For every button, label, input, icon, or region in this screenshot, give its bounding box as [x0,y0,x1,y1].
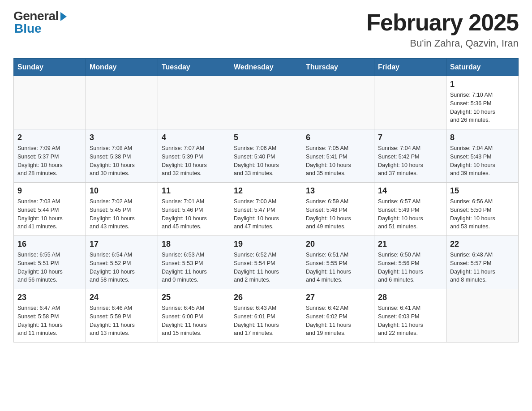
calendar-cell [158,76,230,129]
calendar-table: SundayMondayTuesdayWednesdayThursdayFrid… [13,58,519,342]
day-number: 26 [234,293,298,302]
calendar-cell: 10Sunrise: 7:02 AM Sunset: 5:45 PM Dayli… [86,183,158,236]
calendar-cell: 22Sunrise: 6:48 AM Sunset: 5:57 PM Dayli… [446,236,519,289]
day-number: 13 [306,186,370,196]
title-block: February 2025 Bu'in Zahra, Qazvin, Iran [366,9,519,49]
day-info: Sunrise: 6:46 AM Sunset: 5:59 PM Dayligh… [90,304,154,338]
calendar-cell: 20Sunrise: 6:51 AM Sunset: 5:55 PM Dayli… [302,236,374,289]
calendar-cell: 23Sunrise: 6:47 AM Sunset: 5:58 PM Dayli… [14,289,86,342]
page-header: General Blue February 2025 Bu'in Zahra, … [13,9,519,49]
day-info: Sunrise: 6:54 AM Sunset: 5:52 PM Dayligh… [90,251,154,284]
calendar-cell: 2Sunrise: 7:09 AM Sunset: 5:37 PM Daylig… [14,129,86,183]
day-info: Sunrise: 7:08 AM Sunset: 5:38 PM Dayligh… [90,144,154,178]
day-number: 14 [378,186,442,196]
day-info: Sunrise: 7:01 AM Sunset: 5:46 PM Dayligh… [162,197,226,231]
day-info: Sunrise: 7:05 AM Sunset: 5:41 PM Dayligh… [306,144,370,178]
day-number: 1 [450,80,515,89]
day-info: Sunrise: 7:06 AM Sunset: 5:40 PM Dayligh… [234,144,298,178]
calendar-cell: 13Sunrise: 6:59 AM Sunset: 5:48 PM Dayli… [302,183,374,236]
logo-arrow-icon [60,12,67,21]
day-number: 27 [306,293,370,302]
day-number: 16 [17,240,82,249]
calendar-cell: 18Sunrise: 6:53 AM Sunset: 5:53 PM Dayli… [158,236,230,289]
day-info: Sunrise: 6:52 AM Sunset: 5:54 PM Dayligh… [234,251,298,284]
month-title: February 2025 [366,9,519,36]
day-number: 8 [450,133,515,142]
calendar-week-row: 1Sunrise: 7:10 AM Sunset: 5:36 PM Daylig… [14,76,519,129]
day-number: 24 [90,293,154,302]
day-number: 20 [306,240,370,249]
weekday-header: Sunday [14,59,86,76]
day-number: 19 [234,240,298,249]
day-number: 15 [450,186,515,196]
day-number: 12 [234,186,298,196]
day-info: Sunrise: 7:03 AM Sunset: 5:44 PM Dayligh… [17,197,82,231]
calendar-cell: 27Sunrise: 6:42 AM Sunset: 6:02 PM Dayli… [302,289,374,342]
calendar-cell: 25Sunrise: 6:45 AM Sunset: 6:00 PM Dayli… [158,289,230,342]
calendar-cell: 4Sunrise: 7:07 AM Sunset: 5:39 PM Daylig… [158,129,230,183]
calendar-cell: 5Sunrise: 7:06 AM Sunset: 5:40 PM Daylig… [230,129,302,183]
calendar-cell: 3Sunrise: 7:08 AM Sunset: 5:38 PM Daylig… [86,129,158,183]
day-number: 21 [378,240,442,249]
day-number: 11 [162,186,226,196]
weekday-header: Tuesday [158,59,230,76]
day-info: Sunrise: 6:47 AM Sunset: 5:58 PM Dayligh… [17,304,82,338]
calendar-week-row: 9Sunrise: 7:03 AM Sunset: 5:44 PM Daylig… [14,183,519,236]
calendar-cell [230,76,302,129]
day-info: Sunrise: 7:09 AM Sunset: 5:37 PM Dayligh… [17,144,82,178]
calendar-cell: 6Sunrise: 7:05 AM Sunset: 5:41 PM Daylig… [302,129,374,183]
calendar-cell: 16Sunrise: 6:55 AM Sunset: 5:51 PM Dayli… [14,236,86,289]
calendar-week-row: 2Sunrise: 7:09 AM Sunset: 5:37 PM Daylig… [14,129,519,183]
weekday-header: Wednesday [230,59,302,76]
calendar-cell [302,76,374,129]
calendar-cell: 1Sunrise: 7:10 AM Sunset: 5:36 PM Daylig… [446,76,519,129]
day-info: Sunrise: 6:42 AM Sunset: 6:02 PM Dayligh… [306,304,370,338]
calendar-cell: 19Sunrise: 6:52 AM Sunset: 5:54 PM Dayli… [230,236,302,289]
calendar-cell: 12Sunrise: 7:00 AM Sunset: 5:47 PM Dayli… [230,183,302,236]
day-info: Sunrise: 6:50 AM Sunset: 5:56 PM Dayligh… [378,251,442,284]
day-info: Sunrise: 7:10 AM Sunset: 5:36 PM Dayligh… [450,91,515,124]
day-number: 23 [17,293,82,302]
weekday-header: Saturday [446,59,519,76]
day-info: Sunrise: 6:59 AM Sunset: 5:48 PM Dayligh… [306,197,370,231]
day-number: 7 [378,133,442,142]
day-info: Sunrise: 6:53 AM Sunset: 5:53 PM Dayligh… [162,251,226,284]
day-number: 2 [17,133,82,142]
calendar-cell: 14Sunrise: 6:57 AM Sunset: 5:49 PM Dayli… [374,183,446,236]
day-info: Sunrise: 6:57 AM Sunset: 5:49 PM Dayligh… [378,197,442,231]
calendar-week-row: 23Sunrise: 6:47 AM Sunset: 5:58 PM Dayli… [14,289,519,342]
logo: General Blue [13,9,67,36]
day-info: Sunrise: 6:43 AM Sunset: 6:01 PM Dayligh… [234,304,298,338]
day-number: 28 [378,293,442,302]
day-number: 17 [90,240,154,249]
day-number: 25 [162,293,226,302]
logo-blue-text: Blue [14,21,42,36]
day-info: Sunrise: 6:48 AM Sunset: 5:57 PM Dayligh… [450,251,515,284]
day-info: Sunrise: 6:56 AM Sunset: 5:50 PM Dayligh… [450,197,515,231]
calendar-cell [86,76,158,129]
day-info: Sunrise: 6:55 AM Sunset: 5:51 PM Dayligh… [17,251,82,284]
day-info: Sunrise: 7:04 AM Sunset: 5:42 PM Dayligh… [378,144,442,178]
day-number: 5 [234,133,298,142]
calendar-cell: 21Sunrise: 6:50 AM Sunset: 5:56 PM Dayli… [374,236,446,289]
calendar-cell: 9Sunrise: 7:03 AM Sunset: 5:44 PM Daylig… [14,183,86,236]
calendar-week-row: 16Sunrise: 6:55 AM Sunset: 5:51 PM Dayli… [14,236,519,289]
day-number: 9 [17,186,82,196]
day-info: Sunrise: 6:51 AM Sunset: 5:55 PM Dayligh… [306,251,370,284]
day-number: 3 [90,133,154,142]
calendar-cell: 17Sunrise: 6:54 AM Sunset: 5:52 PM Dayli… [86,236,158,289]
calendar-cell: 24Sunrise: 6:46 AM Sunset: 5:59 PM Dayli… [86,289,158,342]
day-info: Sunrise: 6:41 AM Sunset: 6:03 PM Dayligh… [378,304,442,338]
calendar-cell [374,76,446,129]
day-info: Sunrise: 7:02 AM Sunset: 5:45 PM Dayligh… [90,197,154,231]
day-info: Sunrise: 7:07 AM Sunset: 5:39 PM Dayligh… [162,144,226,178]
day-number: 4 [162,133,226,142]
day-number: 22 [450,240,515,249]
weekday-header: Thursday [302,59,374,76]
weekday-header: Friday [374,59,446,76]
day-number: 18 [162,240,226,249]
calendar-header-row: SundayMondayTuesdayWednesdayThursdayFrid… [14,59,519,76]
day-info: Sunrise: 6:45 AM Sunset: 6:00 PM Dayligh… [162,304,226,338]
weekday-header: Monday [86,59,158,76]
calendar-cell: 26Sunrise: 6:43 AM Sunset: 6:01 PM Dayli… [230,289,302,342]
